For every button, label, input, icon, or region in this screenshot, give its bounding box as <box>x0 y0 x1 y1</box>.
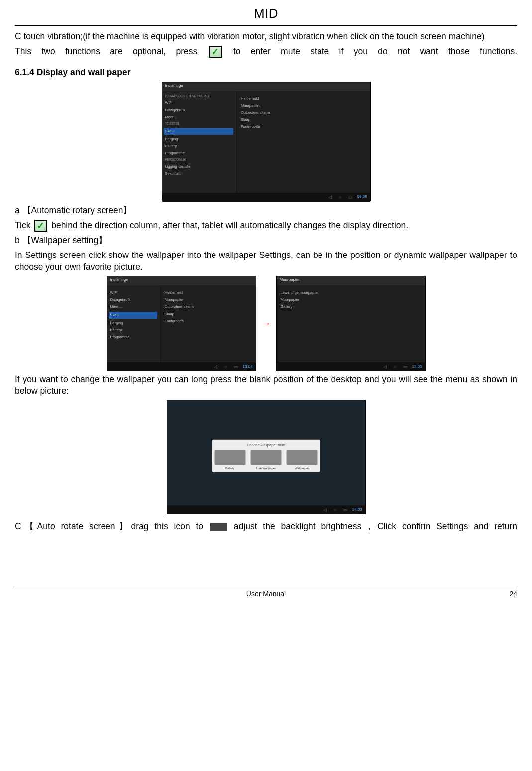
footer-center: User Manual <box>35 589 497 599</box>
list-item: Muurpapier <box>281 297 421 302</box>
side-item: Berging <box>165 137 233 142</box>
tablet-title: Instellinge <box>162 82 370 91</box>
side-item: Datagebruik <box>110 297 157 302</box>
clock-text: 13:04 <box>242 364 252 370</box>
auto-rotate-desc: Tick behind the direction column, after … <box>15 220 517 232</box>
side-item: Sekuriteit <box>165 171 233 176</box>
main-item: Outoroteer skerm <box>241 110 366 115</box>
tablet-title: Muurpapier <box>277 276 425 285</box>
section-614-heading: 6.1.4 Display and wall paper <box>15 67 517 79</box>
side-item: Ligging-dienste <box>165 164 233 169</box>
clock-text: 09:58 <box>357 194 367 200</box>
side-item: WiFi <box>165 100 233 105</box>
chooser-opt: Wallpapers <box>287 466 318 470</box>
side-item: Battery <box>165 144 233 149</box>
side-item: Battery <box>110 328 157 333</box>
side-item: Programme <box>165 151 233 156</box>
auto-c-b: adjust the backlight brightness，Click co… <box>234 521 517 531</box>
arrow-right-icon: → <box>261 317 271 330</box>
chooser-title: Choose wallpaper from <box>214 443 318 448</box>
checkbox-icon <box>34 220 47 232</box>
side-item: Meer… <box>110 304 157 309</box>
auto-c-a: C【Auto rotate screen】drag this icon to <box>15 521 209 531</box>
figure-wallpaper-flow: Instellinge WiFi Datagebruik Meer… Skou … <box>15 276 517 371</box>
side-item-highlight: Skou <box>109 312 157 319</box>
wallpaper-label: b 【Wallpaper setting】 <box>15 235 517 247</box>
side-label-2: TOESTEL <box>165 122 233 126</box>
side-item: Meer… <box>165 115 233 120</box>
side-label-1: DRAADLOOS EN NETWERKE <box>165 94 233 99</box>
figure-wallpaper-chooser: Choose wallpaper from Gallery Live Wallp… <box>15 400 517 518</box>
tablet-title: Instellinge <box>107 276 256 285</box>
side-item: Datagebruik <box>165 108 233 113</box>
wallpaper-longpress-desc: If you want to change the wallpaper you … <box>15 374 517 397</box>
main-item: Outoroteer skerm <box>165 304 252 309</box>
main-item: Muurpapier <box>241 103 366 108</box>
side-item: Programme <box>110 335 157 340</box>
main-item: Fontgrootte <box>165 319 252 324</box>
side-label-3: PERSOONLIK <box>165 158 233 162</box>
clock-text: 13:05 <box>412 364 422 370</box>
main-item: Muurpapier <box>165 297 252 302</box>
list-item: Lewendige muurpapier <box>281 290 421 295</box>
auto-rotate-b: behind the direction column, after that,… <box>51 220 408 230</box>
clock-text: 14:03 <box>352 507 362 513</box>
intro-p2a: This two functions are optional, press <box>15 46 208 56</box>
checkbox-icon <box>209 46 222 58</box>
wallpaper-desc: In Settings screen click show the wallpa… <box>15 250 517 273</box>
main-item: Slaap <box>241 117 366 122</box>
main-item: Helderheid <box>241 96 366 101</box>
auto-rotate-a: Tick <box>15 220 33 230</box>
auto-rotate-label: a 【Automatic rotary screen】 <box>15 205 517 217</box>
header-rule-1 <box>15 25 517 26</box>
chooser-opt: Live Wallpaper <box>250 466 281 470</box>
main-item: Helderheid <box>165 290 252 295</box>
main-item: Fontgrootte <box>241 124 366 129</box>
list-item: Gallery <box>281 304 421 309</box>
main-item: Slaap <box>165 312 252 317</box>
slider-icon <box>210 523 227 531</box>
side-item-highlight: Skou <box>164 128 233 135</box>
side-item: Berging <box>110 321 157 326</box>
figure-display-settings: Instellinge DRAADLOOS EN NETWERKE WiFi D… <box>15 82 517 202</box>
intro-p2b: to enter mute state if you do not want t… <box>233 46 517 56</box>
auto-c-line: C【Auto rotate screen】drag this icon to a… <box>15 521 517 533</box>
footer-page-number: 24 <box>497 589 517 599</box>
intro-p1: C touch vibration;(if the machine is equ… <box>15 31 517 43</box>
intro-p2: This two functions are optional, press t… <box>15 46 517 58</box>
chooser-opt: Gallery <box>214 466 245 470</box>
page-header-title: MID <box>15 5 517 22</box>
side-item: WiFi <box>110 290 157 295</box>
